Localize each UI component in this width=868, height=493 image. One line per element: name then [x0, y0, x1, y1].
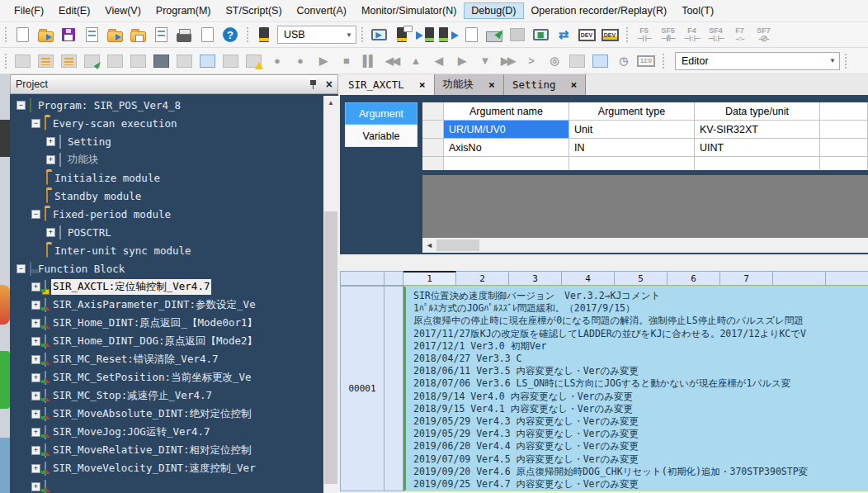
expand-icon[interactable]: + [31, 337, 40, 346]
play-icon[interactable]: ▶ [311, 50, 334, 72]
device-comment-list-icon[interactable] [57, 50, 80, 72]
toolbar-grip[interactable] [2, 26, 8, 44]
project-tree-scrollbar[interactable]: ▲ [323, 96, 338, 493]
table-cell[interactable]: Unit [569, 121, 695, 139]
tree-item-program[interactable]: −Program: SIR_POS_Ver4_8 [10, 96, 323, 114]
menu-st-script-s-[interactable]: ST/Script(S) [219, 2, 290, 19]
menu-convert-a-[interactable]: Convert(A) [290, 2, 354, 19]
read-from-plc-icon[interactable] [436, 24, 460, 45]
pin-icon[interactable] [309, 79, 318, 89]
online-edit-icon[interactable] [506, 24, 529, 45]
tree-item--[interactable]: +功能块 [10, 150, 323, 168]
watch-window-icon[interactable] [196, 50, 219, 72]
table-cell[interactable] [820, 121, 868, 139]
contact-no-button[interactable]: F5⊣ ⊢ [632, 23, 656, 46]
expand-icon[interactable]: + [46, 228, 55, 237]
new-project-icon[interactable] [11, 24, 34, 45]
tree-item-sir_moveabsolute_dint[interactable]: +SIR_MoveAbsolute_DINT:绝对定位控制 [10, 405, 323, 423]
rung-gutter-cell[interactable] [384, 286, 403, 491]
tree-item-sir_home_dint[interactable]: +SIR_Home_DINT:原点返回_【Mode0or1】 [10, 314, 323, 332]
print-icon[interactable] [172, 24, 196, 45]
menu-operation-recorder-replay-r-[interactable]: Operation recorder/Replay(R) [524, 2, 675, 19]
help-icon[interactable]: ? [219, 24, 242, 45]
tree-item-sir_movejog[interactable]: +SIR_MoveJog:JOG运转_Ver4.7 [10, 423, 323, 441]
expand-icon[interactable]: + [31, 482, 40, 491]
tab-close-icon[interactable]: × [419, 78, 426, 91]
scrollbar-thumb[interactable] [436, 239, 479, 251]
tree-item-sir_mc_reset[interactable]: +SIR_MC_Reset:错误清除_Ver4.7 [10, 350, 323, 368]
coil-out-button[interactable]: F7-○- [728, 23, 752, 46]
expand-icon[interactable]: + [31, 301, 40, 310]
continue-icon[interactable]: > [519, 50, 542, 72]
skip-start-icon[interactable]: ◀◀ [380, 50, 403, 72]
contact-down-button[interactable]: SF4⊣↓⊢ [704, 23, 728, 46]
ladder-column-4[interactable]: 4 [562, 271, 615, 286]
expand-icon[interactable]: + [46, 137, 55, 146]
hand-tool-icon[interactable] [565, 50, 588, 72]
contact-nc-button[interactable]: SF5⊣/⊢ [656, 23, 680, 46]
ladder-column-blank[interactable] [773, 271, 826, 286]
tree-item-setting[interactable]: +Setting [10, 132, 323, 150]
row-selector-cell[interactable] [422, 157, 444, 170]
expand-icon[interactable]: + [31, 282, 40, 292]
row-selector-cell[interactable] [422, 139, 444, 157]
tree-item-sir_moverelative_dint[interactable]: +SIR_MoveRelative_DINT:相对定位控制 [10, 441, 323, 459]
verify-icon[interactable] [460, 24, 483, 45]
coil-not-button[interactable]: SF7-⊘- [752, 23, 776, 46]
menu-edit-e-[interactable]: Edit(E) [51, 2, 97, 19]
rung-number-cell[interactable]: 00001 [340, 286, 384, 491]
tab-variable[interactable]: Variable [345, 125, 417, 147]
delete-ladder-icon[interactable] [149, 24, 172, 45]
sync-transfer-icon[interactable]: ⇄ [552, 24, 575, 45]
record-icon[interactable]: ● [265, 50, 288, 72]
tree-item[interactable]: + [10, 477, 323, 493]
stopwatch-icon[interactable]: ◷ [611, 50, 634, 72]
table-cell[interactable] [569, 157, 695, 170]
expand-icon[interactable]: + [31, 428, 40, 437]
save-project-icon[interactable] [57, 24, 80, 45]
ladder-column-5[interactable]: 5 [615, 271, 668, 286]
tree-item-inter-unit-sync-module[interactable]: Inter-unit sync module [10, 241, 323, 259]
simulator-icon[interactable]: ▦ [529, 24, 552, 45]
step-back-icon[interactable]: ◀ [427, 50, 450, 72]
editor-mode-select[interactable]: Editor ▼ [675, 52, 840, 70]
tree-item-standby-module[interactable]: Standby module [10, 187, 323, 205]
close-icon[interactable]: × [326, 79, 333, 89]
collapse-icon[interactable]: − [17, 101, 26, 110]
tree-item-fixed-period-module[interactable]: −Fixed-period module [10, 205, 323, 223]
scrollbar-thumb[interactable] [324, 211, 337, 484]
stop-icon[interactable]: ■ [334, 50, 357, 72]
collapse-icon[interactable]: − [31, 210, 40, 219]
monitor-transfer-icon[interactable]: ▶ [367, 24, 390, 45]
plc-connect-icon[interactable] [252, 24, 276, 45]
collapse-icon[interactable]: − [17, 264, 26, 273]
scroll-up-icon[interactable]: ▲ [323, 96, 338, 110]
check-list-edit-icon[interactable] [80, 50, 103, 72]
menu-tool-t-[interactable]: Tool(T) [674, 2, 721, 19]
print-preview-icon[interactable] [196, 24, 219, 45]
tree-item-posctrl[interactable]: +POSCTRL [10, 223, 323, 241]
folder-ladder-icon[interactable] [126, 24, 149, 45]
expand-icon[interactable]: + [31, 391, 40, 401]
mnemonic-list-icon[interactable] [34, 50, 57, 72]
expand-icon[interactable]: + [31, 319, 40, 328]
open-ladder-icon[interactable] [103, 24, 126, 45]
expand-icon[interactable]: + [31, 355, 40, 364]
rung-comment-block[interactable]: SIR位置決め速度制御バージョン Ver.3.2⇒KJコメント1ﾊﾟﾙｽ方式のJ… [403, 286, 868, 491]
ladder-column-blank[interactable] [826, 271, 868, 286]
contact-up-button[interactable]: F4⊣↑⊢ [680, 23, 704, 46]
tree-item-sir_movevelocity_dint[interactable]: +SIR_MoveVelocity_DINT:速度控制_Ver [10, 459, 323, 477]
menu-view-v-[interactable]: View(V) [97, 2, 149, 19]
table-cell[interactable]: UINT [695, 139, 820, 157]
ladder-column-3[interactable]: 3 [509, 271, 562, 286]
tab-sir_axctl[interactable]: SIR_AXCTL× [340, 74, 435, 95]
tree-item-initialize-module[interactable]: Initialize module [10, 168, 323, 187]
table-cell[interactable]: KV-SIR32XT [695, 121, 820, 139]
menu-debug-d-[interactable]: Debug(D) [464, 2, 523, 19]
row-selector-cell[interactable] [422, 121, 444, 139]
table-cell[interactable] [820, 157, 868, 170]
expand-icon[interactable]: + [31, 373, 40, 382]
edit-tool-icon[interactable] [11, 50, 34, 72]
ladder-column-1[interactable]: 1 [403, 271, 456, 286]
collapse-icon[interactable]: − [31, 119, 40, 128]
